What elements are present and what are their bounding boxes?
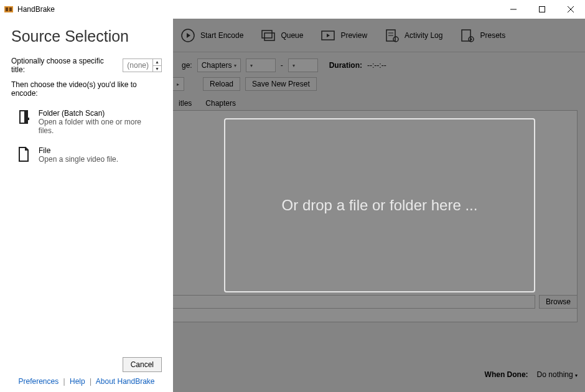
source-selection-panel: Source Selection Optionally choose a spe… [0,19,173,392]
open-folder-option[interactable]: Folder (Batch Scan) Open a folder with o… [11,105,162,139]
title-spinner[interactable]: (none) ▲ ▼ [123,58,162,72]
svg-rect-4 [540,7,545,12]
title-row-label: Optionally choose a specific title: [11,57,118,74]
spinner-value: (none) [123,61,152,70]
app-icon [4,4,14,14]
svg-rect-21 [21,111,24,123]
file-option-title: File [39,146,118,155]
drop-zone[interactable]: Or drop a file or folder here ... [224,118,535,292]
app-title: HandBrake [17,5,55,14]
spinner-up-icon[interactable]: ▲ [153,59,161,66]
folder-option-desc: Open a folder with one or more files. [39,118,157,135]
open-file-option[interactable]: File Open a single video file. [11,142,162,167]
help-link[interactable]: Help [70,377,85,386]
panel-heading: Source Selection [11,27,162,45]
maximize-button[interactable] [528,0,556,19]
dropzone-text: Or drop a file or folder here ... [282,197,478,214]
instruction-text: Then choose the video(s) you'd like to e… [11,80,162,98]
footer-links: Preferences | Help | About HandBrake [18,375,154,386]
titlebar: HandBrake [0,0,585,19]
svg-rect-2 [9,7,12,11]
svg-rect-1 [6,7,8,11]
folder-option-title: Folder (Batch Scan) [39,109,157,118]
preferences-link[interactable]: Preferences [18,377,58,386]
file-icon [16,146,31,164]
folder-icon [16,109,31,126]
svg-rect-22 [26,118,29,120]
file-option-desc: Open a single video file. [39,155,118,164]
spinner-down-icon[interactable]: ▼ [153,66,161,72]
minimize-button[interactable] [499,0,528,19]
cancel-button[interactable]: Cancel [123,357,162,372]
about-link[interactable]: About HandBrake [96,377,155,386]
close-button[interactable] [556,0,585,19]
